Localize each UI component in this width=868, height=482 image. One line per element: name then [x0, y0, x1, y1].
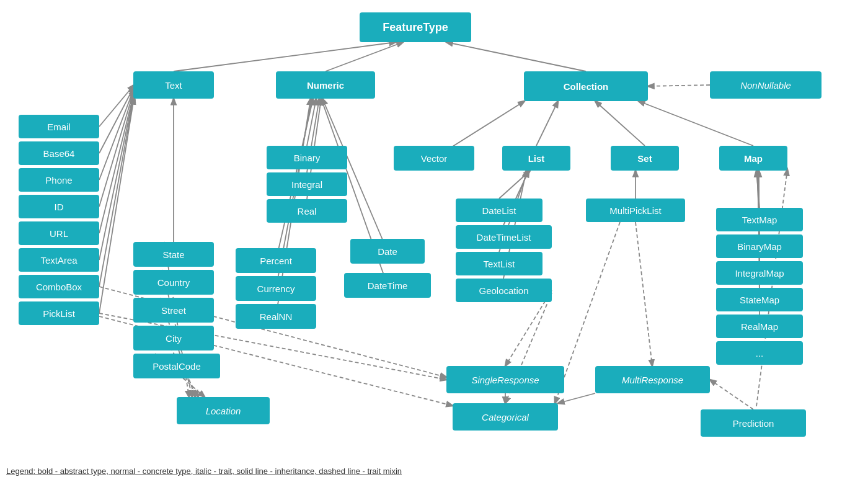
node-label-singleResponse: SingleResponse [471, 375, 539, 385]
node-location: Location [177, 397, 270, 424]
node-label-dots: ... [756, 348, 764, 359]
svg-line-42 [636, 222, 652, 366]
node-label-stateMap: StateMap [740, 295, 779, 305]
node-label-dateTimeList: DateTimeList [477, 232, 531, 243]
legend-text: : bold - abstract type, normal - concret… [33, 466, 402, 476]
node-label-email: Email [47, 122, 71, 132]
node-integralMap: IntegralMap [716, 261, 803, 285]
node-label-street: Street [161, 305, 186, 316]
node-multiResponse: MultiResponse [595, 366, 710, 393]
node-label-textList: TextList [484, 259, 515, 269]
node-label-prediction: Prediction [733, 418, 774, 429]
svg-line-9 [99, 96, 134, 287]
node-label-state: State [162, 249, 184, 260]
node-label-text: Text [165, 80, 182, 91]
node-integral: Integral [267, 172, 347, 196]
node-label-real: Real [298, 206, 317, 216]
node-multiPickList: MultiPickList [586, 199, 685, 222]
node-dots: ... [716, 341, 803, 365]
node-label-realMap: RealMap [741, 321, 778, 332]
node-city: City [133, 326, 214, 350]
node-label-country: Country [157, 277, 190, 288]
node-binaryMap: BinaryMap [716, 234, 803, 258]
node-label-percent: Percent [260, 256, 292, 266]
node-label-integralMap: IntegralMap [735, 268, 784, 279]
node-label-realNN: RealNN [260, 311, 293, 322]
node-label-base64: Base64 [43, 148, 75, 159]
node-percent: Percent [236, 248, 316, 273]
node-phone: Phone [19, 168, 99, 192]
node-url: URL [19, 221, 99, 245]
svg-line-0 [174, 42, 396, 71]
node-label-url: URL [50, 228, 68, 239]
svg-line-2 [446, 42, 586, 71]
node-label-dateTime: DateTime [368, 280, 407, 291]
node-vector: Vector [394, 146, 474, 171]
node-singleResponse: SingleResponse [446, 366, 564, 393]
node-label-date: Date [378, 246, 397, 257]
node-country: Country [133, 270, 214, 295]
svg-line-4 [99, 87, 134, 153]
legend: Legend: bold - abstract type, normal - c… [6, 466, 402, 476]
node-email: Email [19, 115, 99, 138]
svg-line-20 [536, 101, 558, 146]
node-list: List [502, 146, 570, 171]
node-featureType: FeatureType [360, 12, 471, 42]
node-id: ID [19, 195, 99, 218]
node-dateList: DateList [456, 199, 542, 222]
node-realMap: RealMap [716, 315, 803, 338]
node-label-multiPickList: MultiPickList [609, 205, 661, 216]
node-label-categorical: Categorical [482, 412, 529, 422]
node-real: Real [267, 199, 347, 223]
svg-line-28 [756, 171, 760, 208]
node-combobox: ComboBox [19, 275, 99, 298]
svg-line-22 [639, 101, 753, 146]
node-label-collection: Collection [564, 81, 609, 92]
node-street: Street [133, 298, 214, 323]
node-textarea: TextArea [19, 248, 99, 272]
node-currency: Currency [236, 276, 316, 301]
node-label-vector: Vector [421, 153, 448, 164]
node-text: Text [133, 71, 214, 99]
svg-line-10 [99, 98, 134, 313]
node-label-numeric: Numeric [307, 80, 344, 91]
node-map: Map [719, 146, 787, 171]
node-binary: Binary [267, 146, 347, 169]
node-label-city: City [166, 333, 182, 344]
node-date: Date [350, 239, 425, 264]
node-label-dateList: DateList [482, 205, 516, 216]
node-categorical: Categorical [453, 403, 558, 431]
node-textList: TextList [456, 252, 542, 275]
svg-line-8 [99, 94, 134, 260]
svg-line-5 [99, 89, 134, 180]
svg-line-23 [499, 171, 530, 199]
node-set: Set [611, 146, 679, 171]
node-geolocation: Geolocation [456, 279, 552, 302]
node-dateTimeList: DateTimeList [456, 225, 552, 249]
node-label-id: ID [55, 202, 64, 212]
node-label-picklist: PickList [43, 308, 75, 319]
svg-line-6 [99, 91, 134, 207]
node-label-featureType: FeatureType [383, 21, 448, 34]
node-base64: Base64 [19, 141, 99, 165]
node-label-binaryMap: BinaryMap [737, 241, 782, 252]
node-label-binary: Binary [294, 153, 321, 163]
node-label-textMap: TextMap [742, 215, 777, 225]
node-numeric: Numeric [276, 71, 375, 99]
node-label-combobox: ComboBox [36, 282, 82, 292]
svg-line-11 [307, 99, 316, 146]
node-collection: Collection [524, 71, 648, 101]
node-label-integral: Integral [291, 179, 322, 190]
node-realNN: RealNN [236, 304, 316, 329]
node-label-postalCode: PostalCode [153, 361, 201, 372]
node-label-geolocation: Geolocation [479, 285, 528, 296]
node-stateMap: StateMap [716, 288, 803, 311]
svg-line-7 [99, 93, 134, 233]
node-label-map: Map [744, 153, 763, 164]
svg-line-3 [99, 85, 134, 127]
svg-line-21 [595, 101, 645, 146]
node-label-location: Location [206, 406, 241, 416]
legend-label: Legend [6, 466, 33, 476]
node-dateTime: DateTime [344, 273, 431, 298]
svg-line-48 [710, 380, 753, 409]
